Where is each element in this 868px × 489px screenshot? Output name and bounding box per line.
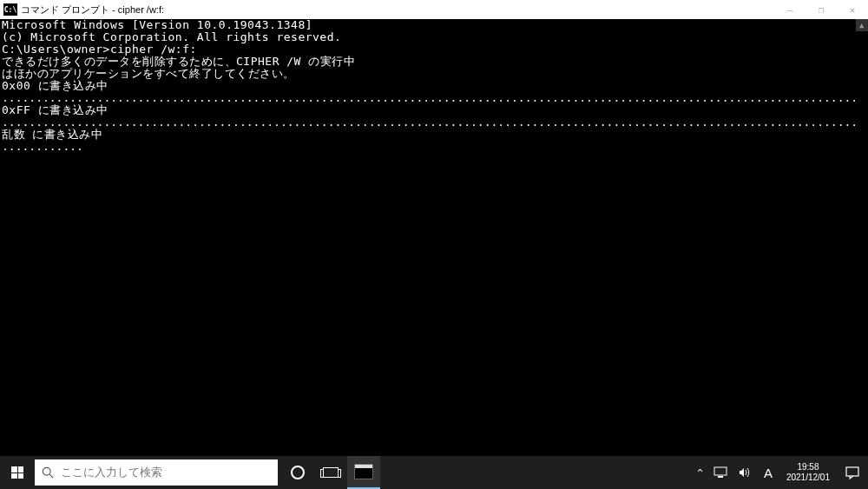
progress-dots: ........................................… [2, 92, 866, 104]
search-box[interactable]: ここに入力して検索 [35, 459, 278, 486]
close-button[interactable]: ✕ [837, 0, 868, 19]
circle-icon [291, 466, 305, 479]
time-text: 19:58 [797, 462, 819, 472]
taskbar: ここに入力して検索 ^ A 19:58 2021/12/01 [0, 456, 868, 489]
svg-rect-2 [714, 467, 727, 475]
svg-line-1 [49, 474, 53, 478]
prompt-line: C:\Users\owner>cipher /w:f: [2, 43, 866, 56]
svg-rect-4 [846, 467, 858, 476]
maximize-button[interactable]: ❐ [806, 0, 837, 19]
cortana-button[interactable] [281, 456, 314, 489]
taskview-icon [323, 467, 339, 478]
progress-dots: ............ [2, 141, 866, 153]
tray-overflow-button[interactable]: ^ [692, 456, 708, 489]
window-title: コマンド プロンプト - cipher /w:f: [21, 3, 774, 17]
taskview-button[interactable] [314, 456, 347, 489]
output-line: 乱数 に書き込み中 [2, 129, 866, 141]
scroll-up-icon[interactable]: ▲ [856, 19, 868, 31]
taskbar-icons [281, 456, 380, 489]
output-line: 0xFF に書き込み中 [2, 104, 866, 116]
search-icon [35, 459, 61, 486]
svg-rect-3 [718, 476, 723, 478]
search-placeholder: ここに入力して検索 [61, 465, 162, 480]
output-line: はほかのアプリケーションをすべて終了してください。 [2, 68, 866, 80]
terminal-output[interactable]: Microsoft Windows [Version 10.0.19043.13… [0, 19, 868, 456]
output-line: (c) Microsoft Corporation. All rights re… [2, 31, 866, 43]
window-controls: — ❐ ✕ [774, 0, 868, 19]
cmd-taskbar-button[interactable] [347, 456, 380, 489]
display-tray-icon[interactable] [708, 456, 733, 489]
minimize-button[interactable]: — [774, 0, 806, 19]
action-center-button[interactable] [837, 456, 868, 489]
output-line: 0x00 に書き込み中 [2, 80, 866, 92]
volume-tray-icon[interactable] [733, 456, 757, 489]
output-line: Microsoft Windows [Version 10.0.19043.13… [2, 19, 866, 31]
system-tray: ^ A 19:58 2021/12/01 [692, 456, 868, 489]
start-button[interactable] [0, 456, 35, 489]
app-icon: C:\ [3, 3, 17, 16]
date-text: 2021/12/01 [786, 472, 830, 483]
vertical-scrollbar[interactable]: ▲ [856, 19, 868, 456]
titlebar[interactable]: C:\ コマンド プロンプト - cipher /w:f: — ❐ ✕ [0, 0, 868, 19]
ime-indicator[interactable]: A [757, 456, 779, 489]
clock[interactable]: 19:58 2021/12/01 [779, 462, 837, 483]
progress-dots: ........................................… [2, 116, 866, 129]
cmd-window: C:\ コマンド プロンプト - cipher /w:f: — ❐ ✕ Micr… [0, 0, 868, 456]
svg-point-0 [43, 467, 50, 475]
windows-logo-icon [11, 466, 23, 479]
output-line: できるだけ多くのデータを削除するために、CIPHER /W の実行中 [2, 56, 866, 68]
cmd-icon [354, 464, 373, 479]
